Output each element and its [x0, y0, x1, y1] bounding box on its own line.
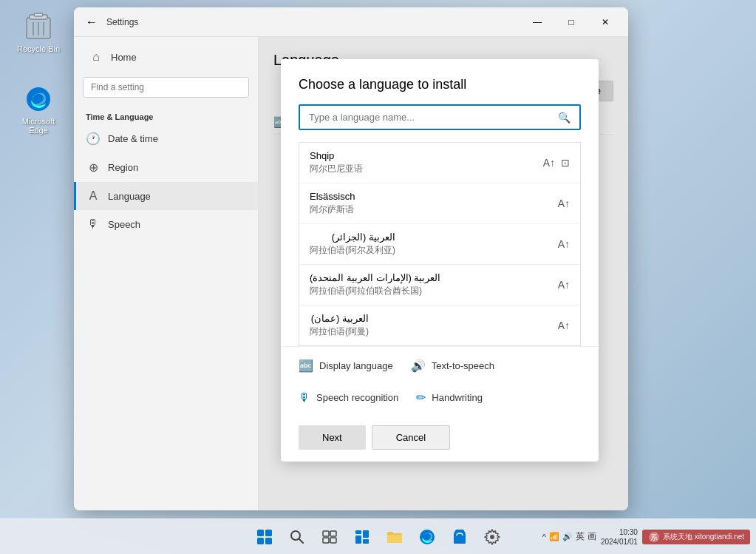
display-icon-3: A↑ — [558, 238, 570, 250]
svg-rect-19 — [355, 536, 361, 544]
search-button[interactable] — [282, 522, 312, 552]
svg-point-23 — [490, 535, 494, 539]
back-button[interactable]: ← — [80, 10, 103, 34]
settings-window: ← Settings — □ ✕ ⌂ Home Time & Language — [74, 7, 628, 510]
search-button[interactable]: 🔍 — [549, 106, 579, 129]
language-search-input[interactable] — [300, 106, 549, 129]
task-view-button[interactable] — [315, 522, 344, 552]
dialog-footer: Next Cancel — [281, 416, 599, 462]
taskbar-center — [250, 522, 507, 552]
next-button[interactable]: Next — [299, 425, 366, 450]
install-language-dialog: Choose a language to install 🔍 — [281, 59, 599, 462]
feature-display-language: 🔤 Display language — [299, 359, 393, 373]
settings-body: ⌂ Home Time & Language 🕐 Date & time ⊕ R… — [74, 37, 628, 510]
desktop: Recycle Bin Microsoft Edge ← Settings — … — [0, 0, 756, 554]
sidebar-item-date-time-label: Date & time — [108, 133, 158, 144]
sidebar-item-speech-label: Speech — [108, 219, 140, 230]
maximize-button[interactable]: □ — [554, 10, 588, 34]
sidebar-item-speech[interactable]: 🎙 Speech — [74, 210, 258, 238]
lang-name: العربية (عمان) — [310, 313, 369, 324]
sidebar-home[interactable]: ⌂ Home — [77, 43, 255, 71]
svg-rect-8 — [265, 530, 272, 536]
clock[interactable]: 10:30 2024/01/01 — [601, 527, 638, 547]
edge-icon — [24, 84, 53, 114]
settings-taskbar-button[interactable] — [477, 522, 507, 552]
close-button[interactable]: ✕ — [588, 10, 622, 34]
tray-volume[interactable]: 🔊 — [562, 532, 573, 541]
tray-language[interactable]: 英 — [576, 530, 585, 543]
display-icon-2: A↑ — [558, 197, 570, 209]
feature-display-label: Display language — [319, 360, 393, 371]
feature-speech-recognition: 🎙 Speech recognition — [299, 391, 398, 405]
display-lang-icon: A↑ — [543, 157, 555, 169]
sidebar-home-label: Home — [111, 52, 137, 63]
svg-rect-9 — [257, 538, 264, 544]
lang-name: Shqip — [310, 150, 363, 161]
tray-caret[interactable]: ^ — [542, 533, 546, 541]
store-button[interactable] — [445, 522, 474, 552]
clock-icon: 🕐 — [86, 132, 101, 146]
list-item[interactable]: Shqip 阿尔巴尼亚语 A↑ ⊡ — [299, 143, 580, 183]
tray-ime[interactable]: 画 — [588, 530, 596, 543]
list-item[interactable]: العربية (الإمارات العربية المتحدة) 阿拉伯语(… — [299, 265, 580, 305]
dialog-search-container: 🔍 — [299, 104, 581, 130]
svg-rect-17 — [355, 530, 361, 534]
features-section: 🔤 Display language 🔊 Text-to-speech 🎙 Sp… — [281, 346, 599, 416]
minimize-button[interactable]: — — [520, 10, 554, 34]
watermark-text: 系统天地 xitongtiandi.net — [663, 532, 744, 542]
sidebar-item-language[interactable]: A Language — [74, 182, 258, 210]
feature-handwriting-label: Handwriting — [432, 392, 483, 403]
svg-rect-22 — [454, 533, 466, 544]
feature-tts-label: Text-to-speech — [432, 360, 494, 371]
desktop-icon-recycle-bin[interactable]: Recycle Bin — [9, 9, 68, 56]
recycle-bin-icon — [24, 12, 53, 41]
lang-native: 阿拉伯语(阿尔及利亚) — [310, 244, 395, 257]
feature-speech-label: Speech recognition — [316, 392, 398, 403]
svg-rect-15 — [323, 538, 329, 543]
tts-feat-icon: 🔊 — [411, 359, 426, 373]
date: 2024/01/01 — [601, 537, 638, 547]
sidebar-search-input[interactable] — [83, 77, 249, 98]
list-item[interactable]: Elsässisch 阿尔萨斯语 A↑ — [299, 183, 580, 224]
svg-rect-13 — [323, 531, 329, 536]
taskbar: ^ 📶 🔊 英 画 10:30 2024/01/01 系 系统天地 xitong… — [0, 518, 756, 554]
lang-native: 阿拉伯语(阿拉伯联合酋长国) — [310, 285, 441, 297]
edge-label: Microsoft Edge — [12, 117, 65, 135]
sidebar: ⌂ Home Time & Language 🕐 Date & time ⊕ R… — [74, 37, 259, 510]
speech-icon: 🎙 — [86, 217, 101, 231]
language-list: Shqip 阿尔巴尼亚语 A↑ ⊡ — [299, 142, 581, 346]
start-button[interactable] — [250, 522, 279, 552]
explorer-button[interactable] — [380, 522, 409, 552]
feature-text-to-speech: 🔊 Text-to-speech — [411, 359, 494, 373]
widgets-button[interactable] — [347, 522, 377, 552]
sidebar-category: Time & Language — [74, 104, 258, 124]
taskbar-right: ^ 📶 🔊 英 画 10:30 2024/01/01 系 系统天地 xitong… — [542, 527, 750, 547]
globe-icon: ⊕ — [86, 161, 101, 175]
list-item[interactable]: العربية (عمان) 阿拉伯语(阿曼) A↑ — [299, 305, 580, 345]
titlebar-title: Settings — [106, 17, 520, 27]
cancel-button[interactable]: Cancel — [372, 425, 450, 450]
home-icon: ⌂ — [89, 50, 103, 64]
svg-rect-14 — [330, 531, 336, 536]
list-item[interactable]: العربية (الجزائر) 阿拉伯语(阿尔及利亚) A↑ — [299, 224, 580, 265]
main-content: Language + Add a language Remove 🔤 🎙 🔊 ✏… — [259, 37, 628, 510]
language-icon: A — [86, 189, 101, 203]
display-icon-5: A↑ — [558, 320, 570, 331]
edge-taskbar-button[interactable] — [412, 522, 442, 552]
svg-rect-18 — [363, 530, 369, 538]
sidebar-item-date-time[interactable]: 🕐 Date & time — [74, 124, 258, 153]
lang-name: العربية (الإمارات العربية المتحدة) — [310, 272, 441, 283]
svg-rect-2 — [34, 13, 43, 16]
tray-network[interactable]: 📶 — [549, 532, 559, 541]
svg-rect-10 — [265, 538, 272, 544]
sidebar-search-container — [83, 77, 249, 98]
desktop-icon-edge[interactable]: Microsoft Edge — [9, 81, 68, 138]
sidebar-item-language-label: Language — [108, 191, 151, 202]
svg-rect-7 — [257, 530, 264, 536]
display-lang-feat-icon: 🔤 — [299, 359, 313, 373]
sidebar-item-region[interactable]: ⊕ Region — [74, 153, 258, 182]
svg-rect-20 — [363, 539, 369, 544]
settings-titlebar: ← Settings — □ ✕ — [74, 7, 628, 37]
handwriting-feat-icon: ✏ — [416, 391, 426, 405]
recycle-bin-label: Recycle Bin — [17, 44, 60, 53]
